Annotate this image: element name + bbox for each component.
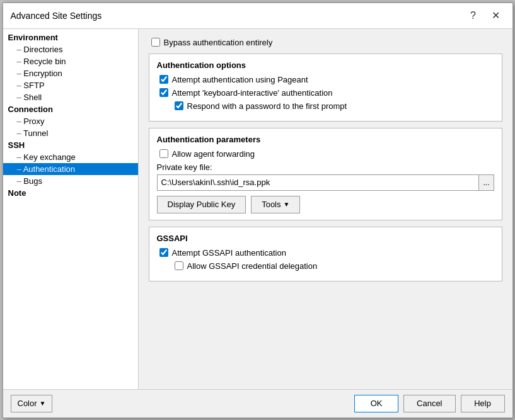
- pageant-label[interactable]: Attempt authentication using Pageant: [172, 75, 308, 84]
- gssapi-attempt-label[interactable]: Attempt GSSAPI authentication: [172, 248, 286, 258]
- tree-item-tunnel[interactable]: Tunnel: [3, 127, 138, 139]
- help-title-button[interactable]: ?: [465, 8, 482, 23]
- tree-item-connection[interactable]: Connection: [3, 103, 138, 115]
- gssapi-delegate-checkbox[interactable]: [175, 261, 183, 270]
- tree-item-ssh[interactable]: SSH: [3, 139, 138, 151]
- gssapi-section: GSSAPI Attempt GSSAPI authentication All…: [149, 227, 502, 281]
- private-key-label: Private key file:: [157, 162, 494, 172]
- ok-button[interactable]: OK: [354, 395, 398, 412]
- title-bar-controls: ? ✕: [465, 8, 505, 23]
- color-label: Color: [18, 399, 37, 408]
- tree-item-proxy[interactable]: Proxy: [3, 115, 138, 127]
- tree-item-sftp[interactable]: SFTP: [3, 79, 138, 91]
- auth-params-title: Authentication parameters: [157, 135, 494, 144]
- private-key-input-row: ...: [157, 174, 494, 191]
- tree-item-encryption[interactable]: Encryption: [3, 67, 138, 79]
- close-title-button[interactable]: ✕: [487, 8, 505, 23]
- gssapi-delegate-label[interactable]: Allow GSSAPI credential delegation: [187, 261, 318, 271]
- keyboard-label[interactable]: Attempt 'keyboard-interactive' authentic…: [172, 88, 333, 98]
- title-bar: Advanced Site Settings ? ✕: [3, 3, 512, 29]
- tree-item-environment[interactable]: Environment: [3, 31, 138, 43]
- display-public-key-button[interactable]: Display Public Key: [157, 196, 246, 213]
- gssapi-delegate-row: Allow GSSAPI credential delegation: [157, 261, 494, 271]
- bypass-label[interactable]: Bypass authentication entirely: [164, 38, 273, 47]
- gssapi-title: GSSAPI: [157, 234, 494, 243]
- tree-item-note[interactable]: Note: [3, 187, 138, 199]
- gssapi-attempt-checkbox[interactable]: [159, 248, 168, 257]
- keyboard-row: Attempt 'keyboard-interactive' authentic…: [157, 88, 494, 98]
- private-key-input[interactable]: [157, 174, 479, 191]
- respond-row: Respond with a password to the first pro…: [157, 101, 494, 111]
- respond-label[interactable]: Respond with a password to the first pro…: [187, 101, 347, 111]
- tree-item-recycle-bin[interactable]: Recycle bin: [3, 55, 138, 67]
- auth-options-title: Authentication options: [157, 60, 494, 70]
- agent-forward-checkbox[interactable]: [159, 149, 168, 158]
- tree-item-authentication[interactable]: Authentication: [3, 163, 138, 175]
- color-dropdown-arrow: ▼: [40, 400, 46, 407]
- pageant-checkbox[interactable]: [159, 75, 168, 84]
- tree-panel: EnvironmentDirectoriesRecycle binEncrypt…: [3, 29, 139, 389]
- dialog-title: Advanced Site Settings: [11, 11, 102, 21]
- bottom-bar: Color ▼ OK Cancel Help: [3, 389, 512, 417]
- tree-item-bugs[interactable]: Bugs: [3, 175, 138, 187]
- pageant-row: Attempt authentication using Pageant: [157, 75, 494, 84]
- respond-checkbox[interactable]: [175, 101, 183, 110]
- help-button[interactable]: Help: [461, 395, 505, 412]
- auth-params-section: Authentication parameters Allow agent fo…: [149, 128, 502, 220]
- bottom-left: Color ▼: [11, 395, 53, 412]
- bypass-row: Bypass authentication entirely: [149, 38, 502, 47]
- content-panel: Bypass authentication entirely Authentic…: [139, 29, 512, 389]
- agent-forward-label[interactable]: Allow agent forwarding: [172, 149, 255, 159]
- tools-button[interactable]: Tools ▼: [251, 196, 300, 213]
- tools-dropdown-arrow: ▼: [284, 201, 290, 208]
- agent-forward-row: Allow agent forwarding: [157, 149, 494, 159]
- gssapi-attempt-row: Attempt GSSAPI authentication: [157, 248, 494, 258]
- cancel-button[interactable]: Cancel: [403, 395, 455, 412]
- browse-button[interactable]: ...: [478, 174, 494, 191]
- keyboard-checkbox[interactable]: [159, 88, 168, 97]
- dialog-window: Advanced Site Settings ? ✕ EnvironmentDi…: [3, 3, 513, 418]
- tree-item-key-exchange[interactable]: Key exchange: [3, 151, 138, 163]
- key-button-row: Display Public Key Tools ▼: [157, 196, 494, 213]
- dialog-body: EnvironmentDirectoriesRecycle binEncrypt…: [3, 29, 512, 389]
- bottom-right: OK Cancel Help: [354, 395, 504, 412]
- auth-options-section: Authentication options Attempt authentic…: [149, 54, 502, 122]
- bypass-checkbox[interactable]: [151, 38, 160, 47]
- color-button[interactable]: Color ▼: [11, 395, 53, 412]
- tree-item-shell[interactable]: Shell: [3, 91, 138, 103]
- tree-item-directories[interactable]: Directories: [3, 43, 138, 55]
